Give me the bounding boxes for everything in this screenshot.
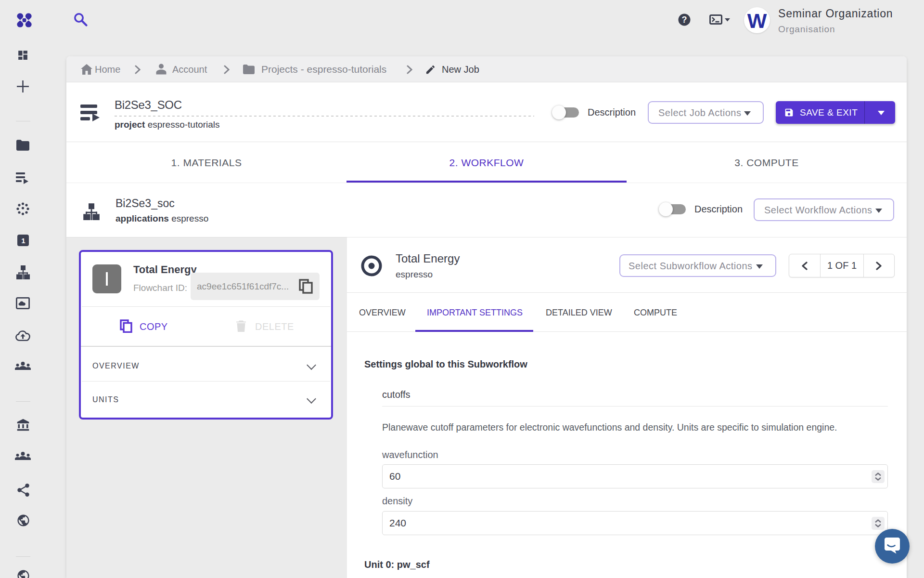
svg-text:?: ? bbox=[682, 15, 687, 25]
svg-text:1: 1 bbox=[21, 236, 25, 245]
